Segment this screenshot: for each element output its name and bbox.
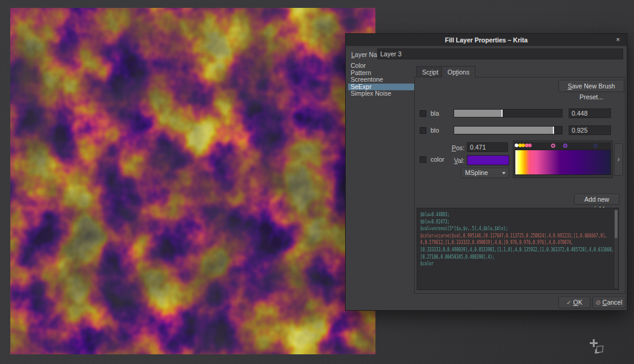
script-code-line: $bla=0.44803;: [420, 211, 545, 218]
script-code-line: $blo=0.92473;: [420, 218, 545, 225]
ok-button[interactable]: ✓OK: [558, 297, 590, 308]
fill-type-simplex-noise[interactable]: Simplex Noise: [348, 90, 415, 98]
tab-script[interactable]: Script: [416, 66, 444, 78]
script-scrollbar-thumb[interactable]: [615, 210, 618, 238]
gradient-stop-handle[interactable]: [593, 144, 598, 148]
script-code[interactable]: $bla=0.44803;$blo=0.92473;$val=voronoi(5…: [417, 208, 619, 290]
color-value-swatch[interactable]: [467, 155, 509, 165]
script-scrollbar[interactable]: [615, 210, 618, 288]
bla-label: bla: [431, 110, 439, 117]
blo-value-field[interactable]: [569, 125, 611, 135]
fill-type-screentone[interactable]: Screentone: [348, 76, 415, 84]
script-code-line: [0.333333,0,0.498039],4,0.0533981,[1,1,0…: [420, 246, 545, 253]
bla-checkbox[interactable]: [420, 110, 426, 117]
pos-input[interactable]: [467, 142, 508, 152]
tab-options[interactable]: Options: [441, 66, 475, 78]
script-code-line: $color=ccurve($val,0.995146,[0.117647,0.…: [420, 232, 545, 239]
color-checkbox[interactable]: [420, 156, 426, 163]
add-new-variable-button[interactable]: Add new variable: [574, 194, 619, 205]
script-code-line: 4,0.179612,[1,0.333333,0.498039],4,0,[0.…: [420, 239, 545, 246]
fill-type-list: ColorPatternScreentoneSeExprSimplex Nois…: [348, 62, 415, 98]
check-icon: ✓: [566, 299, 571, 306]
blo-slider[interactable]: [454, 126, 563, 134]
transform-cursor-icon: [596, 345, 604, 352]
pos-label: Pos:: [450, 144, 464, 151]
blo-label: blo: [431, 127, 439, 134]
gradient-stops-strip[interactable]: [515, 142, 611, 150]
gradient-editor[interactable]: [513, 141, 613, 178]
script-code-line: $val=voronoi(5*[$u,$v,.5],4,$bla,$blo);: [420, 225, 545, 232]
gradient-stop-handle[interactable]: [528, 144, 532, 147]
gradient-preview[interactable]: [515, 150, 611, 175]
cancel-button[interactable]: ⊘Cancel: [592, 297, 626, 308]
blo-slider-handle[interactable]: [553, 127, 554, 134]
chevron-down-icon: [502, 172, 506, 174]
script-code-line: [0.27106,0.00458345,0.488398],4);: [420, 253, 545, 260]
canvas-texture[interactable]: [10, 8, 375, 354]
val-label: Val:: [450, 157, 464, 164]
dialog-titlebar[interactable]: Fill Layer Properties – Krita ×: [346, 34, 627, 46]
gradient-expand-button[interactable]: ›: [614, 144, 623, 176]
save-new-brush-preset-button[interactable]: Save New Brush Preset...: [558, 80, 624, 92]
bla-slider-handle[interactable]: [501, 110, 503, 117]
krita-window: Fill Layer Properties – Krita × Layer Na…: [0, 0, 634, 364]
cancel-icon: ⊘: [595, 299, 600, 306]
blo-checkbox[interactable]: [420, 127, 426, 134]
gradient-stop-handle[interactable]: [563, 144, 567, 148]
close-icon[interactable]: ×: [613, 35, 622, 44]
dialog-title: Fill Layer Properties – Krita: [445, 36, 528, 44]
color-label: color: [431, 156, 444, 163]
bla-slider[interactable]: [454, 109, 563, 117]
interpolation-select[interactable]: MSpline: [461, 168, 509, 178]
fill-layer-properties-dialog: Fill Layer Properties – Krita × Layer Na…: [345, 33, 627, 311]
bla-value-field[interactable]: [569, 108, 611, 118]
script-code-line: $color: [420, 260, 545, 267]
layer-name-input[interactable]: [377, 48, 623, 59]
gradient-stop-handle[interactable]: [551, 144, 555, 148]
fill-type-color[interactable]: Color: [348, 62, 415, 70]
